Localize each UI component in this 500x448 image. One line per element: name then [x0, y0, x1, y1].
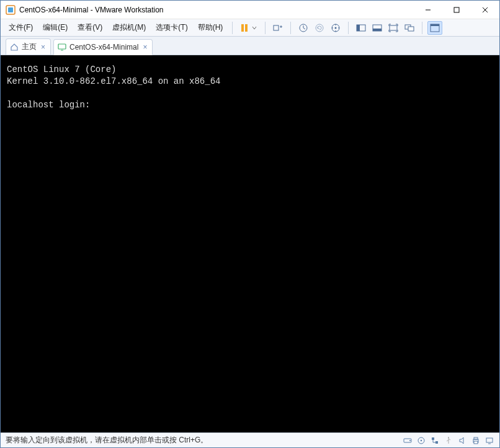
svg-rect-11	[373, 29, 382, 31]
network-icon[interactable]	[430, 436, 440, 446]
toolbar-separator	[265, 22, 266, 34]
cdrom-icon[interactable]	[416, 436, 426, 446]
vm-console[interactable]: CentOS Linux 7 (Core) Kernel 3.10.0-862.…	[1, 55, 499, 432]
svg-point-21	[421, 439, 422, 441]
snapshot-take-button[interactable]	[296, 21, 311, 35]
svg-rect-14	[408, 27, 414, 31]
maximize-button[interactable]	[442, 1, 471, 19]
minimize-button[interactable]	[414, 1, 442, 19]
usb-icon[interactable]	[444, 436, 453, 446]
chevron-down-icon[interactable]	[250, 21, 259, 35]
svg-rect-23	[435, 441, 438, 444]
toolbar-separator	[290, 22, 291, 34]
snapshot-revert-button[interactable]	[312, 21, 327, 35]
console-line: CentOS Linux 7 (Core)	[7, 65, 116, 74]
pause-vm-button[interactable]	[239, 21, 259, 35]
tab-home-label: 主页	[22, 42, 37, 52]
show-console-button[interactable]	[354, 21, 368, 35]
titlebar: CentOS-x64-Minimal - VMware Workstation	[1, 1, 499, 19]
sound-icon[interactable]	[457, 436, 467, 446]
snapshot-manager-button[interactable]	[328, 21, 343, 35]
printer-icon[interactable]	[471, 436, 481, 446]
tab-vm[interactable]: CentOS-x64-Minimal ×	[53, 39, 153, 55]
status-text: 要将输入定向到该虚拟机，请在虚拟机内部单击或按 Ctrl+G。	[6, 435, 398, 446]
window-title: CentOS-x64-Minimal - VMware Workstation	[19, 6, 164, 14]
tab-home[interactable]: 主页 ×	[6, 38, 51, 55]
svg-point-7	[335, 27, 337, 29]
pause-icon	[239, 22, 250, 34]
svg-rect-12	[390, 25, 397, 30]
statusbar: 要将输入定向到该虚拟机，请在虚拟机内部单击或按 Ctrl+G。	[1, 432, 499, 447]
svg-rect-2	[454, 7, 459, 12]
toolbar-separator	[422, 22, 422, 34]
monitor-icon	[58, 43, 66, 52]
send-ctrl-alt-del-button[interactable]	[270, 21, 285, 35]
svg-rect-17	[58, 44, 66, 49]
console-login-prompt: localhost login:	[7, 100, 90, 110]
svg-rect-27	[474, 441, 478, 444]
display-icon[interactable]	[484, 436, 494, 446]
tabstrip: 主页 × CentOS-x64-Minimal ×	[1, 37, 499, 55]
menu-file[interactable]: 文件(F)	[4, 20, 37, 35]
svg-point-19	[409, 440, 411, 441]
menu-vm[interactable]: 虚拟机(M)	[108, 20, 150, 35]
svg-rect-22	[432, 437, 434, 440]
svg-point-5	[316, 24, 323, 32]
menubar: 文件(F) 编辑(E) 查看(V) 虚拟机(M) 选项卡(T) 帮助(H)	[1, 19, 499, 37]
svg-rect-9	[357, 25, 360, 31]
device-tray	[403, 436, 494, 446]
harddisk-icon[interactable]	[403, 436, 413, 446]
console-line: Kernel 3.10.0-862.el7.x86_64 on an x86_6…	[7, 76, 220, 86]
svg-rect-16	[431, 24, 439, 26]
unity-mode-button[interactable]	[402, 21, 417, 35]
menu-help[interactable]: 帮助(H)	[194, 20, 228, 35]
thumbnail-view-button[interactable]	[370, 21, 385, 35]
svg-rect-1	[8, 7, 13, 12]
vmware-app-icon	[6, 5, 16, 15]
home-icon	[10, 43, 19, 52]
fullscreen-button[interactable]	[427, 21, 442, 35]
menu-tabs[interactable]: 选项卡(T)	[151, 20, 192, 35]
tab-close-button[interactable]: ×	[141, 43, 148, 52]
menu-view[interactable]: 查看(V)	[73, 20, 107, 35]
stretch-guest-button[interactable]	[386, 21, 401, 35]
toolbar-separator	[348, 22, 349, 34]
close-button[interactable]	[471, 1, 499, 19]
svg-rect-26	[474, 437, 478, 439]
toolbar-separator	[232, 22, 233, 34]
tab-vm-label: CentOS-x64-Minimal	[69, 43, 138, 52]
svg-point-24	[448, 437, 449, 438]
menu-edit[interactable]: 编辑(E)	[38, 20, 72, 35]
svg-rect-3	[274, 25, 279, 30]
svg-rect-28	[486, 438, 493, 442]
tab-close-button[interactable]: ×	[40, 43, 47, 52]
